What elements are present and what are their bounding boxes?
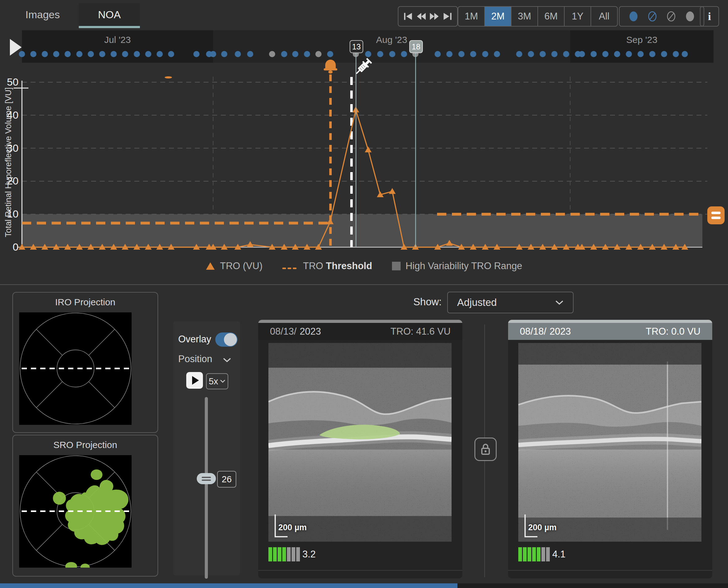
scan-day-badge[interactable]: 13: [350, 40, 363, 53]
timeline-dot[interactable]: [638, 51, 644, 57]
timeline-dot[interactable]: [389, 51, 395, 57]
filter-gray-excluded-icon[interactable]: [666, 11, 676, 22]
scan-header[interactable]: 08/13/ 2023 TRO: 41.6 VU: [258, 323, 463, 340]
timeline-dot[interactable]: [649, 51, 656, 57]
tro-chart[interactable]: 01020304050: [0, 63, 728, 284]
timeline-dot[interactable]: [88, 51, 94, 57]
high-variability-band: [22, 214, 702, 247]
timeline-dot[interactable]: [673, 51, 679, 57]
timeline-dot[interactable]: [434, 51, 441, 57]
scan-header[interactable]: 08/18/ 2023 TRO: 0.0 VU: [508, 323, 712, 340]
timeline-dot[interactable]: [235, 51, 241, 57]
fast-forward-icon[interactable]: [429, 11, 440, 22]
scan-panel-0813[interactable]: 08/13/ 2023 TRO: 41.6 VU 200 µm: [258, 320, 463, 579]
scan-day-badge[interactable]: 18: [409, 40, 423, 53]
threshold-drag-handle[interactable]: [707, 206, 725, 224]
timeline-dot[interactable]: [168, 51, 174, 57]
timeline-dot[interactable]: [327, 51, 333, 57]
show-select[interactable]: Adjusted: [447, 292, 574, 313]
timeline-dot[interactable]: [19, 51, 25, 57]
range-6m-button[interactable]: 6M: [538, 7, 564, 26]
timeline-dot[interactable]: [210, 51, 216, 57]
info-button[interactable]: i: [700, 6, 719, 26]
scan-panel-0818[interactable]: 08/18/ 2023 TRO: 0.0 VU 200 µm: [508, 320, 712, 579]
range-2m-button[interactable]: 2M: [485, 7, 512, 26]
timeline-dot[interactable]: [304, 51, 310, 57]
filter-blue-filled-icon[interactable]: [629, 11, 638, 22]
scan-play-button[interactable]: [186, 372, 203, 389]
timeline-dot[interactable]: [53, 51, 59, 57]
timeline-dot[interactable]: [661, 51, 667, 57]
timeline-dot[interactable]: [401, 51, 407, 57]
position-slider-track[interactable]: [205, 397, 208, 579]
timeline-dot[interactable]: [528, 51, 534, 57]
timeline-dot[interactable]: [563, 51, 569, 57]
sro-projection-title: SRO Projection: [13, 440, 157, 450]
timeline-dot[interactable]: [458, 51, 465, 57]
filter-gray-filled-icon[interactable]: [685, 11, 694, 22]
timeline-dot[interactable]: [292, 51, 298, 57]
timeline-dot[interactable]: [551, 51, 557, 57]
playback-speed-select[interactable]: 5x: [206, 373, 228, 389]
timeline-dot[interactable]: [591, 51, 597, 57]
timeline-dot[interactable]: [540, 51, 546, 57]
timeline-dot[interactable]: [269, 51, 275, 57]
timeline-dot[interactable]: [682, 51, 688, 57]
range-3m-button[interactable]: 3M: [512, 7, 538, 26]
timeline-dot[interactable]: [516, 51, 522, 57]
scale-bar: [275, 514, 276, 537]
timeline-dot[interactable]: [281, 51, 287, 57]
filter-blue-excluded-icon[interactable]: [648, 11, 657, 22]
timeline-dot[interactable]: [446, 51, 452, 57]
quality-bar: [296, 547, 300, 562]
timeline-dot[interactable]: [76, 51, 83, 57]
timeline-dot[interactable]: [626, 51, 632, 57]
overlay-toggle[interactable]: [215, 333, 237, 347]
lock-sync-button[interactable]: [474, 438, 497, 461]
oct-bscan-image[interactable]: 200 µm: [518, 343, 702, 542]
sro-projection-image[interactable]: [19, 455, 132, 568]
timeline-dot[interactable]: [42, 51, 48, 57]
timeline-dot[interactable]: [482, 51, 488, 57]
tab-noa-active[interactable]: NOA: [79, 3, 140, 28]
rewind-icon[interactable]: [416, 11, 427, 22]
bottom-progress-bar: [0, 583, 457, 588]
timeline-dot[interactable]: [145, 51, 151, 57]
timeline-dot[interactable]: [65, 51, 71, 57]
timeline-dot[interactable]: [602, 51, 608, 57]
timeline-dot[interactable]: [99, 51, 105, 57]
timeline-dot[interactable]: [470, 51, 476, 57]
timeline-dot[interactable]: [122, 51, 128, 57]
svg-text:0: 0: [13, 241, 19, 253]
timeline-dot[interactable]: [134, 51, 140, 57]
oct-bscan-image[interactable]: 200 µm: [269, 343, 452, 542]
tab-images[interactable]: Images: [18, 5, 67, 24]
quality-bar: [278, 547, 281, 562]
timeline-dot[interactable]: [221, 51, 227, 57]
timeline-dot[interactable]: [377, 51, 383, 57]
range-1m-button[interactable]: 1M: [458, 7, 485, 26]
timeline-dot[interactable]: [494, 51, 500, 57]
range-all-button[interactable]: All: [591, 7, 617, 26]
position-chevron-icon[interactable]: [223, 357, 231, 363]
timeline-dot[interactable]: [315, 51, 322, 57]
play-icon: [192, 376, 199, 385]
skip-to-end-icon[interactable]: [442, 11, 453, 22]
overlay-label: Overlay: [178, 334, 211, 345]
position-slider-handle[interactable]: [197, 473, 216, 484]
tro-data-point[interactable]: [365, 146, 371, 152]
timeline-dot[interactable]: [193, 51, 199, 57]
band-swatch-icon: [392, 262, 401, 270]
timeline-dot[interactable]: [247, 51, 253, 57]
timeline-dot[interactable]: [156, 51, 163, 57]
scale-bar: [524, 514, 526, 537]
timeline-dot[interactable]: [111, 51, 117, 57]
tro-data-point[interactable]: [389, 188, 395, 194]
timeline-dot[interactable]: [30, 51, 37, 57]
timeline-dot[interactable]: [579, 51, 585, 57]
iro-projection-image[interactable]: [19, 312, 132, 425]
skip-to-start-icon[interactable]: [403, 11, 413, 22]
timeline-dot[interactable]: [614, 51, 620, 57]
range-1y-button[interactable]: 1Y: [564, 7, 591, 26]
scan-year: 2023: [300, 326, 321, 337]
